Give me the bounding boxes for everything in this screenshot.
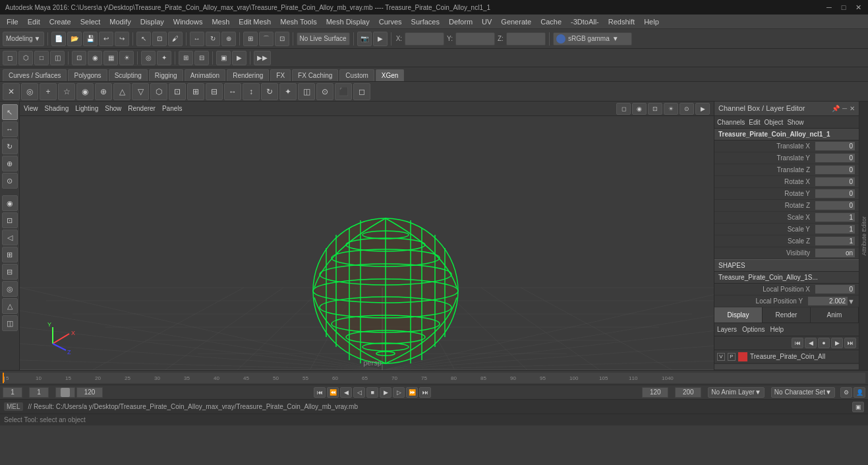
play-forward-button[interactable]: ▶ <box>380 387 391 398</box>
vp-icon-6[interactable]: ▶ <box>695 103 710 115</box>
start-frame-field[interactable]: 1 <box>3 387 22 398</box>
vp-icon-5[interactable]: ⊙ <box>680 103 694 115</box>
shading-menu[interactable]: Shading <box>45 105 69 112</box>
shelf-icon-9[interactable]: ⬡ <box>150 83 167 100</box>
shelf-icon-15[interactable]: ↻ <box>261 83 278 100</box>
menu-display[interactable]: Display <box>136 16 168 27</box>
xray-button[interactable]: ✦ <box>157 51 171 65</box>
mode-dropdown[interactable]: Modeling ▼ <box>3 32 44 46</box>
wireframe-button[interactable]: ⊡ <box>72 51 86 65</box>
menu-mesh-tools[interactable]: Mesh Tools <box>276 16 320 27</box>
char-button[interactable]: 👤 <box>854 387 865 398</box>
next-frame-button[interactable]: ▷ <box>393 387 405 398</box>
render-all-button[interactable]: ▶ <box>232 51 246 65</box>
camera-view-button[interactable]: ◻ <box>3 51 17 65</box>
cb-show-menu[interactable]: Show <box>787 119 803 126</box>
shelf-tab-curves[interactable]: Curves / Surfaces <box>3 69 67 81</box>
lighting-menu[interactable]: Lighting <box>75 105 98 112</box>
timeline[interactable]: 5 10 15 20 25 30 35 40 45 50 55 60 65 70… <box>0 370 868 385</box>
menu-generate[interactable]: Generate <box>497 16 535 27</box>
cb-close-button[interactable]: ✕ <box>850 105 855 112</box>
play-back-button[interactable]: ◁ <box>353 387 365 398</box>
cb-object-menu[interactable]: Object <box>765 119 784 126</box>
snap-point-button[interactable]: ⊡ <box>275 32 289 46</box>
shelf-icon-4[interactable]: ☆ <box>58 83 75 100</box>
outer-end-frame-field[interactable]: 120 <box>642 387 668 398</box>
menu-deform[interactable]: Deform <box>445 16 477 27</box>
x-field[interactable] <box>405 32 444 46</box>
shelf-icon-18[interactable]: ⊙ <box>316 83 333 100</box>
menu-help[interactable]: Help <box>640 16 663 27</box>
vp-icon-2[interactable]: ◉ <box>632 103 647 115</box>
cb-edit-menu[interactable]: Edit <box>749 119 760 126</box>
shelf-tab-xgen[interactable]: XGen <box>376 69 405 81</box>
layer-color-swatch[interactable] <box>738 352 747 361</box>
inner-end-frame-field[interactable]: 120 <box>76 387 103 398</box>
shelf-tab-fxcaching[interactable]: FX Caching <box>292 69 338 81</box>
scale-button[interactable]: ⊕ <box>221 32 236 46</box>
tool6-left[interactable]: ◎ <box>2 281 18 297</box>
shelf-icon-19[interactable]: ⬛ <box>335 83 352 100</box>
render-button[interactable]: ▶ <box>373 32 388 46</box>
render-tab[interactable]: Render <box>763 307 811 323</box>
cb-minimize-button[interactable]: ─ <box>842 105 847 112</box>
select-tool-left[interactable]: ↖ <box>2 104 18 120</box>
layer-next[interactable]: ▶ <box>831 338 843 348</box>
layers-help-menu[interactable]: Help <box>770 326 784 333</box>
paint-button[interactable]: 🖌 <box>168 32 183 46</box>
cb-pin-button[interactable]: 📌 <box>832 105 840 112</box>
menu-surfaces[interactable]: Surfaces <box>407 16 444 27</box>
cb-channels-menu[interactable]: Channels <box>717 119 745 126</box>
layer-selected[interactable]: ● <box>818 338 830 348</box>
texture-button[interactable]: ▦ <box>103 51 118 65</box>
step-forward-button[interactable]: ⏩ <box>406 387 418 398</box>
rotate-button[interactable]: ↻ <box>206 32 220 46</box>
layers-options-menu[interactable]: Options <box>742 326 765 333</box>
menu-curves[interactable]: Curves <box>375 16 406 27</box>
menu-edit-mesh[interactable]: Edit Mesh <box>235 16 275 27</box>
menu-redshift[interactable]: Redshift <box>604 16 639 27</box>
shelf-icon-12[interactable]: ⊟ <box>206 83 223 100</box>
shelf-icon-11[interactable]: ⊞ <box>187 83 204 100</box>
lasso-button[interactable]: ⊡ <box>152 32 167 46</box>
tool8-left[interactable]: ◫ <box>2 315 18 331</box>
shelf-icon-6[interactable]: ⊕ <box>95 83 112 100</box>
vp-icon-4[interactable]: ☀ <box>664 103 678 115</box>
range-end-field[interactable]: 200 <box>675 387 701 398</box>
shelf-icon-13[interactable]: ↔ <box>224 83 241 100</box>
gamma-field[interactable]: sRGB gamma ▼ <box>553 32 632 46</box>
undo-button[interactable]: ↩ <box>99 32 113 46</box>
scale-left[interactable]: ⊕ <box>2 156 18 171</box>
translate-left[interactable]: ↔ <box>2 121 18 137</box>
smooth-button[interactable]: ◉ <box>88 51 102 65</box>
shelf-icon-5[interactable]: ◉ <box>76 83 94 100</box>
prev-frame-button[interactable]: ◀ <box>340 387 352 398</box>
new-file-button[interactable]: 📄 <box>51 32 66 46</box>
menu-cache[interactable]: Cache <box>536 16 565 27</box>
go-start-button[interactable]: ⏮ <box>314 387 326 398</box>
step-back-button[interactable]: ⏪ <box>327 387 339 398</box>
char-set-dropdown[interactable]: No Character Set ▼ <box>771 387 835 398</box>
save-file-button[interactable]: 💾 <box>83 32 98 46</box>
tool5-left[interactable]: ⊟ <box>2 264 18 280</box>
anim-layer-dropdown[interactable]: No Anim Layer ▼ <box>708 387 765 398</box>
minimize-button[interactable]: ─ <box>825 3 834 12</box>
layer-prev[interactable]: ◀ <box>805 338 817 348</box>
layer-scroll-track[interactable] <box>714 364 859 369</box>
view-menu[interactable]: View <box>24 105 38 112</box>
go-end-button[interactable]: ⏭ <box>419 387 431 398</box>
layer-next-next[interactable]: ⏭ <box>844 338 856 348</box>
timeline-bar[interactable]: 5 10 15 20 25 30 35 40 45 50 55 60 65 70… <box>3 373 865 383</box>
shelf-icon-14[interactable]: ↕ <box>243 83 260 100</box>
menu-modify[interactable]: Modify <box>105 16 134 27</box>
menu-edit[interactable]: Edit <box>24 16 44 27</box>
maximize-button[interactable]: □ <box>839 3 848 12</box>
shelf-tab-rendering[interactable]: Rendering <box>227 69 269 81</box>
script-editor-button[interactable]: ▣ <box>852 402 864 412</box>
range-start-field[interactable] <box>55 387 75 398</box>
rotate-left[interactable]: ↻ <box>2 139 18 154</box>
panels-menu[interactable]: Panels <box>162 105 183 112</box>
light-button[interactable]: ☀ <box>119 51 134 65</box>
local-pos-y-arrow[interactable]: ▼ <box>848 297 855 305</box>
preferences-button[interactable]: ⚙ <box>840 387 852 398</box>
